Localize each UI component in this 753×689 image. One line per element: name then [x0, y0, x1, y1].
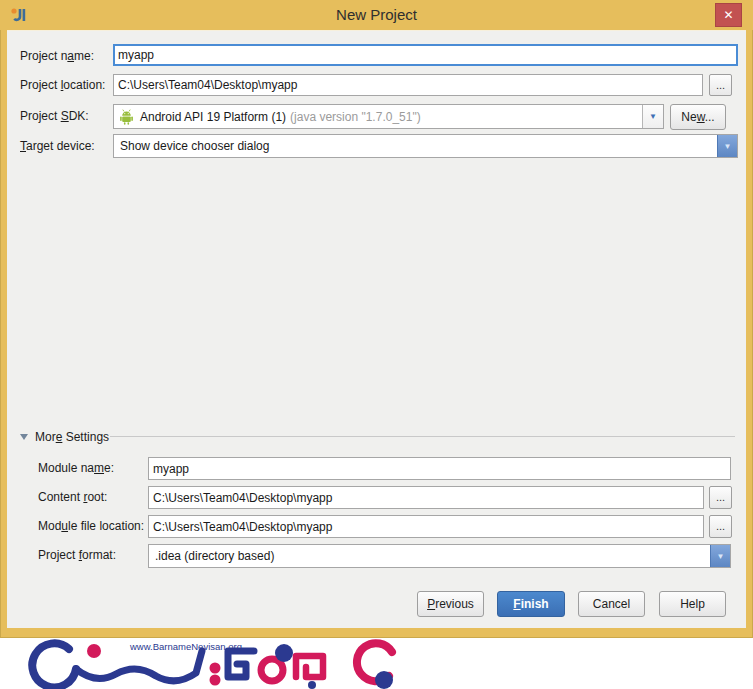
titlebar[interactable]: New Project ✕: [0, 0, 753, 30]
module-file-location-input[interactable]: [148, 515, 704, 538]
project-location-label: Project location:: [20, 74, 105, 96]
previous-button[interactable]: Previous: [417, 591, 484, 617]
content-root-browse-button[interactable]: ...: [709, 486, 732, 509]
target-device-label: Target device:: [20, 135, 95, 157]
new-project-dialog: New Project ✕ Project name: Project loca…: [0, 0, 753, 638]
module-file-location-browse-button[interactable]: ...: [709, 515, 732, 538]
target-device-value: Show device chooser dialog: [114, 139, 717, 153]
dialog-title: New Project: [0, 0, 753, 30]
footer: www.BarnameNevisan.org: [0, 638, 753, 689]
project-sdk-value: Android API 19 Platform (1)(java version…: [134, 110, 642, 124]
site-url-text: www.BarnameNevisan.org: [129, 641, 242, 652]
project-format-value: .idea (directory based): [149, 549, 710, 563]
project-location-input[interactable]: [113, 74, 703, 96]
more-settings-title: More Settings: [35, 430, 109, 444]
project-sdk-combobox[interactable]: Android API 19 Platform (1)(java version…: [113, 104, 664, 129]
project-format-dropdown-icon[interactable]: ▼: [710, 545, 730, 567]
close-icon[interactable]: ✕: [715, 3, 742, 27]
content-root-label: Content root:: [38, 486, 107, 508]
finish-button[interactable]: Finish: [497, 591, 565, 617]
help-button[interactable]: Help: [659, 591, 726, 617]
project-location-browse-button[interactable]: ...: [709, 74, 732, 96]
project-name-label: Project name:: [20, 45, 94, 67]
more-settings-divider: [110, 436, 735, 437]
module-name-label: Module name:: [38, 457, 114, 479]
cancel-button[interactable]: Cancel: [578, 591, 645, 617]
target-device-combobox[interactable]: Show device chooser dialog ▼: [113, 134, 738, 158]
sdk-new-button[interactable]: New...: [670, 104, 726, 130]
content-root-input[interactable]: [148, 486, 704, 509]
dialog-body: Project name: Project location: ... Proj…: [7, 30, 746, 628]
project-sdk-dropdown-icon[interactable]: ▼: [642, 105, 663, 128]
project-format-label: Project format:: [38, 544, 116, 566]
project-name-input[interactable]: [113, 44, 738, 66]
barnamenevisan-logo: www.BarnameNevisan.org: [10, 639, 400, 689]
module-name-input[interactable]: [148, 457, 731, 480]
target-device-dropdown-icon[interactable]: ▼: [717, 135, 737, 157]
project-sdk-label: Project SDK:: [20, 105, 89, 127]
more-settings-toggle[interactable]: More Settings: [20, 427, 109, 447]
module-file-location-label: Module file location:: [38, 515, 144, 537]
project-format-combobox[interactable]: .idea (directory based) ▼: [148, 544, 731, 568]
collapse-triangle-icon: [20, 434, 28, 440]
android-icon: [119, 109, 134, 125]
